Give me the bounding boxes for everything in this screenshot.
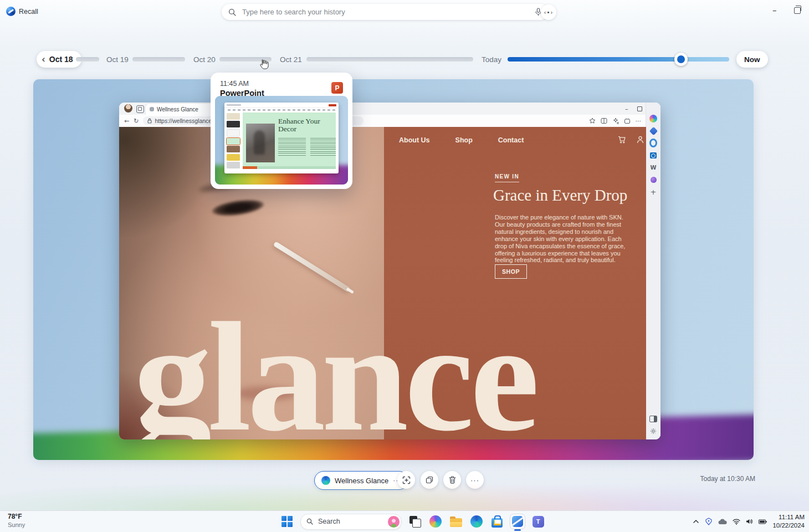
- snapshot-source-pill[interactable]: Wellness Glance ···: [314, 471, 408, 490]
- nav-link-shop[interactable]: Shop: [455, 136, 473, 144]
- timeline-scrubber-button[interactable]: ‹•›: [541, 4, 556, 20]
- browser-minimize-icon[interactable]: –: [625, 105, 628, 112]
- now-button[interactable]: Now: [736, 51, 768, 68]
- timeline-track-oct19[interactable]: [132, 57, 185, 62]
- timeline-label-oct21[interactable]: Oct 21: [280, 55, 302, 64]
- taskbar: 78°F Sunny T: [0, 510, 809, 532]
- window-restore-button[interactable]: [794, 7, 801, 14]
- snapshot-preview-card[interactable]: 11:45 AM PowerPoint P: [211, 73, 352, 189]
- edge-browser-window: Wellness Glance ✕ – ✕ ← ↻ https://wellne…: [119, 103, 660, 439]
- refresh-icon[interactable]: ↻: [134, 118, 139, 124]
- taskbar-search-box[interactable]: [300, 514, 402, 530]
- search-icon: [228, 8, 236, 16]
- timeline-label-oct19[interactable]: Oct 19: [106, 55, 129, 64]
- timeline-label-today[interactable]: Today: [482, 55, 501, 64]
- msn-icon[interactable]: W: [649, 163, 657, 171]
- extensions-icon[interactable]: [624, 117, 631, 125]
- tray-chevron-up-icon[interactable]: [693, 519, 699, 524]
- selected-date-label: Oct 18: [49, 55, 73, 64]
- task-view-button[interactable]: [408, 514, 422, 529]
- running-indicator: [514, 529, 521, 531]
- weather-condition: Sunny: [8, 521, 25, 529]
- edge-sidebar: W +: [646, 103, 660, 439]
- slide-photo: [246, 124, 275, 162]
- collections-icon[interactable]: [612, 117, 619, 125]
- browser-essentials-icon[interactable]: [649, 139, 657, 147]
- edge-icon: [321, 476, 330, 485]
- slide-thumb: [227, 113, 240, 120]
- microsoft-store-icon[interactable]: [490, 514, 504, 529]
- more-actions-button[interactable]: ···: [466, 471, 484, 489]
- tray-time: 11:11 AM: [772, 513, 805, 521]
- timeline-slider-handle[interactable]: [674, 53, 688, 66]
- delete-button[interactable]: [443, 471, 461, 489]
- timeline-track-oct20[interactable]: [219, 57, 272, 62]
- search-highlight-image[interactable]: [388, 516, 400, 528]
- search-input[interactable]: [241, 7, 530, 17]
- onedrive-icon[interactable]: [718, 519, 727, 525]
- account-icon[interactable]: [637, 136, 644, 144]
- site-nav: About Us Shop Contact: [399, 136, 524, 144]
- history-search-bar[interactable]: [222, 4, 549, 20]
- chevron-left-icon[interactable]: ‹: [42, 55, 45, 64]
- nav-link-contact[interactable]: Contact: [498, 136, 524, 144]
- window-minimize-button[interactable]: –: [772, 6, 777, 16]
- battery-icon[interactable]: [759, 519, 767, 524]
- snapshot-viewport[interactable]: Wellness Glance ✕ – ✕ ← ↻ https://wellne…: [33, 79, 754, 460]
- volume-icon[interactable]: [746, 518, 753, 525]
- browser-titlebar: Wellness Glance ✕ – ✕: [119, 103, 660, 115]
- active-slide: Enhance Your Decor: [243, 112, 336, 169]
- powerpoint-ribbon: [228, 109, 335, 111]
- teams-icon[interactable]: T: [531, 514, 545, 529]
- nav-link-about[interactable]: About Us: [399, 136, 430, 144]
- slide-thumb-selected: [227, 138, 240, 145]
- timeline-track-oct18[interactable]: [76, 57, 99, 62]
- browser-more-icon[interactable]: ···: [636, 118, 642, 124]
- timeline-track-today[interactable]: [508, 57, 729, 62]
- slide-title: Enhance Your Decor: [278, 117, 336, 133]
- timeline-selected-date-pill[interactable]: ‹ Oct 18: [37, 51, 81, 68]
- workspaces-icon[interactable]: [136, 105, 144, 113]
- split-screen-icon[interactable]: [601, 117, 608, 125]
- preview-time: 11:45 AM: [220, 80, 249, 88]
- slide-text-column: [310, 138, 336, 157]
- drop-icon[interactable]: [649, 176, 657, 183]
- taskbar-clock[interactable]: 11:11 AM 10/22/2024: [772, 513, 805, 529]
- browser-toolbar: ← ↻ https://wellnessglance.com: [119, 115, 646, 127]
- outlook-icon[interactable]: [649, 151, 657, 159]
- powerpoint-titlebar: [224, 103, 339, 108]
- weather-widget[interactable]: 78°F Sunny: [8, 513, 25, 529]
- windows-security-icon[interactable]: [705, 518, 713, 525]
- start-button[interactable]: [280, 514, 294, 529]
- copilot-taskbar-icon[interactable]: [428, 514, 443, 529]
- preview-thumbnail[interactable]: Enhance Your Decor: [215, 96, 348, 185]
- taskbar-search-input[interactable]: [317, 517, 384, 526]
- timeline-track-oct21[interactable]: [306, 57, 473, 62]
- sidebar-settings-gear-icon[interactable]: [649, 427, 657, 435]
- sidebar-toggle-icon[interactable]: [649, 415, 657, 423]
- copilot-icon[interactable]: [649, 115, 657, 122]
- shopping-icon[interactable]: [649, 127, 657, 135]
- cart-icon[interactable]: [618, 136, 626, 144]
- snapshot-timestamp: Today at 10:30 AM: [644, 475, 755, 483]
- slide-thumb: [227, 146, 240, 152]
- hero-body-text: Discover the pure elegance of nature wit…: [495, 214, 631, 264]
- tab-favicon: [150, 107, 154, 111]
- tab-title: Wellness Glance: [157, 106, 212, 112]
- favorites-icon[interactable]: [589, 117, 596, 125]
- weather-temperature: 78°F: [8, 513, 25, 521]
- brand-watermark: glance: [134, 299, 536, 439]
- shop-button[interactable]: SHOP: [495, 264, 527, 279]
- file-explorer-icon[interactable]: [449, 514, 463, 529]
- profile-avatar[interactable]: [124, 104, 132, 112]
- wifi-icon[interactable]: [733, 519, 740, 525]
- slide-thumb: [227, 121, 240, 127]
- browser-maximize-icon[interactable]: [637, 106, 642, 111]
- timeline-label-oct20[interactable]: Oct 20: [193, 55, 216, 64]
- recall-taskbar-icon[interactable]: [510, 514, 525, 529]
- back-icon[interactable]: ←: [124, 118, 129, 124]
- copy-button[interactable]: [421, 471, 438, 489]
- edge-taskbar-icon[interactable]: [469, 514, 484, 529]
- click-to-do-button[interactable]: [397, 471, 415, 489]
- add-sidebar-app-icon[interactable]: +: [649, 188, 657, 196]
